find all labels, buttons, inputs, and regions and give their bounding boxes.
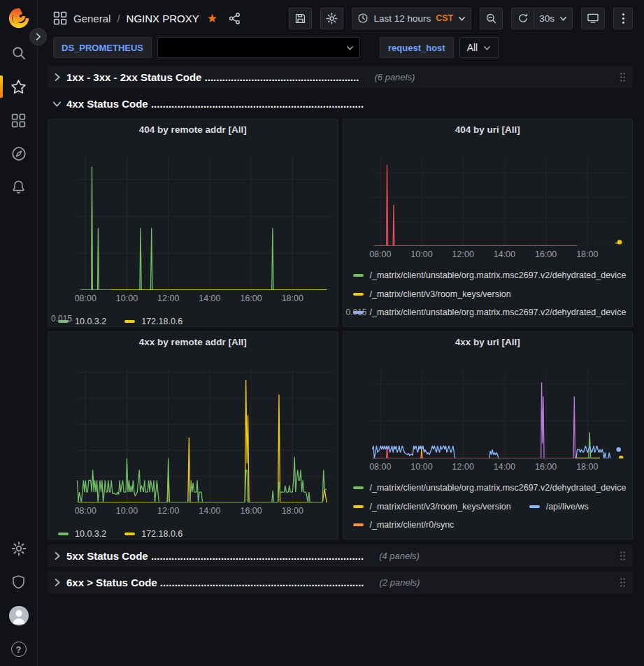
sidebar-item-server-admin[interactable] (0, 565, 37, 599)
sidebar-item-alerting[interactable] (0, 171, 37, 204)
legend-item[interactable]: /_matrix/client/unstable/org.matrix.msc2… (353, 270, 627, 280)
save-dashboard-button[interactable] (289, 8, 312, 29)
legend: /_matrix/client/unstable/org.matrix.msc2… (353, 479, 633, 539)
time-range-picker[interactable]: Last 12 hours CST (352, 8, 471, 29)
avatar (9, 606, 29, 625)
x-tick-label: 08:00 (75, 294, 96, 303)
grafana-app: ? General / NGINX PROXY ★ (0, 0, 644, 666)
x-axis: 08:0010:0012:0014:0016:0018:00 (371, 249, 627, 262)
row-4xx[interactable]: 4xx Status Code ........................… (48, 92, 633, 115)
chart-svg (371, 159, 627, 246)
favorite-star-icon[interactable]: ★ (207, 11, 217, 26)
panel-title[interactable]: 404 by uri [All] (343, 120, 633, 139)
datasource-select[interactable] (157, 37, 360, 58)
legend-swatch (529, 505, 540, 508)
panel-title[interactable]: 4xx by uri [All] (343, 332, 633, 352)
plot-area[interactable] (371, 159, 627, 246)
legend-label: /_matrix/client/unstable/org.matrix.msc2… (370, 483, 627, 493)
x-tick-label: 14:00 (494, 462, 515, 472)
breadcrumb-section[interactable]: General (73, 13, 110, 24)
legend-item[interactable]: /api/live/ws (529, 502, 589, 512)
legend-item[interactable]: /_matrix/client/unstable/org.matrix.msc2… (353, 483, 627, 493)
kebab-menu-button[interactable] (613, 8, 633, 29)
sidebar-item-configuration[interactable] (0, 532, 37, 565)
search-icon (11, 45, 27, 61)
breadcrumb-dashboard-title[interactable]: NGINX PROXY (127, 13, 199, 24)
share-icon[interactable] (228, 12, 241, 25)
refresh-interval-dropdown[interactable]: 30s (534, 8, 573, 29)
legend-swatch (353, 505, 364, 508)
sidebar-item-explore[interactable] (0, 137, 37, 171)
chart-svg (371, 371, 627, 458)
chevron-down-icon (346, 44, 354, 52)
sidebar-item-help[interactable]: ? (0, 632, 37, 666)
legend-item[interactable]: /_matrix/client/r0/sync (353, 520, 455, 530)
dashboard-settings-button[interactable] (320, 8, 343, 29)
tv-mode-button[interactable] (581, 8, 605, 29)
sidebar-item-dashboards[interactable] (0, 103, 37, 137)
row-5xx[interactable]: 5xx Status Code ........................… (48, 544, 633, 567)
row-title: 6xx > Status Code ......................… (66, 577, 364, 588)
row-drag-handle[interactable] (620, 551, 626, 561)
panel-title[interactable]: 404 by remote addr [All] (48, 120, 338, 139)
legend-item[interactable]: 172.18.0.6 (124, 529, 183, 539)
legend-row: 10.0.3.2172.18.0.6 (58, 526, 338, 539)
help-icon: ? (11, 642, 27, 657)
row-6xx[interactable]: 6xx > Status Code ......................… (48, 571, 633, 593)
legend-item[interactable]: 172.18.0.6 (124, 317, 183, 326)
x-tick-label: 10:00 (116, 506, 138, 516)
dashboard-body: 1xx - 3xx - 2xx Status Code ............… (38, 63, 644, 593)
apps-grid-icon[interactable] (53, 11, 67, 25)
legend-label: /_matrix/client/v3/room_keys/version (370, 502, 511, 512)
legend-item[interactable]: /_matrix/client/unstable/org.matrix.msc2… (353, 307, 627, 317)
row-drag-handle[interactable] (620, 577, 626, 588)
legend-label: 10.0.3.2 (75, 317, 106, 326)
help-question-mark: ? (16, 644, 22, 655)
legend-item[interactable]: /_matrix/client/v3/room_keys/version (353, 502, 511, 512)
x-tick-label: 12:00 (452, 249, 474, 259)
x-tick-label: 08:00 (369, 462, 391, 472)
legend-swatch (353, 523, 364, 526)
x-tick-label: 16:00 (240, 294, 262, 303)
plot-area[interactable] (76, 370, 332, 502)
sidebar-expand-button[interactable] (29, 28, 47, 45)
chart-area: 00.0050.010.015 08:0010:0012:0014:0016:0… (343, 139, 633, 262)
x-axis: 08:0010:0012:0014:0016:0018:00 (371, 462, 627, 475)
legend: 10.0.3.2172.18.0.6 (58, 313, 338, 326)
gear-icon (11, 541, 27, 556)
sidebar-item-starred[interactable] (0, 70, 37, 103)
x-tick-label: 18:00 (576, 462, 598, 472)
legend-item[interactable]: /_matrix/client/v3/room_keys/version (353, 289, 511, 299)
panel-grid: 404 by remote addr [All] 00.0050.010.015… (48, 119, 633, 540)
zoom-out-time-button[interactable] (480, 8, 503, 29)
row-title: 5xx Status Code ........................… (66, 550, 364, 562)
panel-title[interactable]: 4xx by remote addr [All] (48, 332, 338, 352)
time-range-label: Last 12 hours (373, 13, 431, 24)
legend-label: /_matrix/client/r0/sync (370, 520, 455, 530)
refresh-interval-label: 30s (539, 13, 554, 24)
refresh-button[interactable] (511, 8, 534, 29)
plot-area[interactable] (371, 371, 627, 458)
plot-area[interactable] (76, 157, 332, 290)
row-drag-handle[interactable] (620, 72, 626, 82)
monitor-icon (587, 12, 599, 24)
sidebar-item-profile[interactable] (0, 599, 37, 632)
refresh-group: 30s (511, 8, 573, 29)
request-host-variable-label[interactable]: request_host (380, 37, 454, 58)
x-tick-label: 10:00 (116, 294, 138, 303)
chevron-down-icon (458, 15, 466, 22)
legend-item[interactable]: 10.0.3.2 (58, 529, 106, 539)
legend-row: /_matrix/client/unstable/org.matrix.msc2… (353, 479, 633, 498)
x-tick-label: 18:00 (282, 506, 303, 516)
row-title: 4xx Status Code ........................… (66, 98, 364, 110)
legend-label: 172.18.0.6 (141, 317, 183, 326)
legend-row: /_matrix/client/v3/room_keys/version (353, 285, 633, 304)
legend-row: /_matrix/client/unstable/org.matrix.msc2… (353, 266, 633, 285)
datasource-variable-label[interactable]: DS_PROMETHEUS (53, 37, 152, 58)
chevron-down-icon (483, 44, 491, 52)
x-tick-label: 14:00 (494, 249, 515, 259)
request-host-select[interactable]: All (459, 37, 499, 58)
legend-swatch (58, 533, 69, 535)
row-1xx-3xx-2xx[interactable]: 1xx - 3xx - 2xx Status Code ............… (48, 66, 633, 88)
chevron-right-icon (52, 578, 62, 587)
